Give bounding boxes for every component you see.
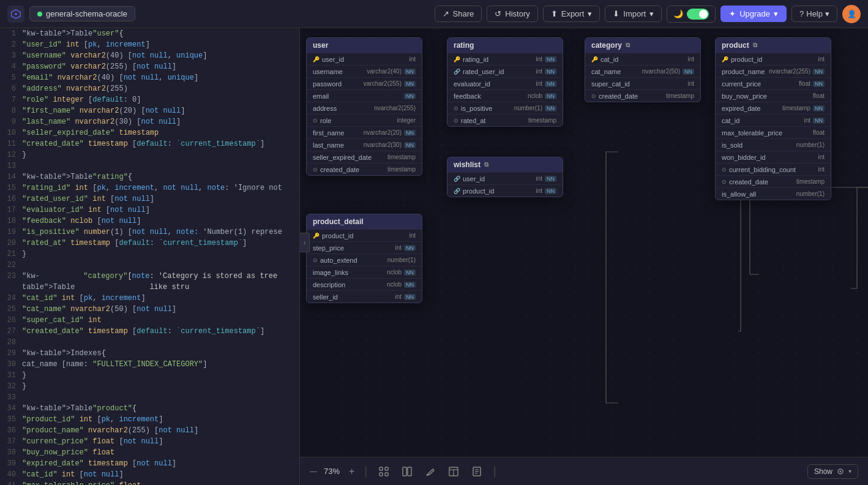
- badge-nn: NN: [404, 245, 416, 251]
- pk-icon: 🔑: [722, 56, 728, 62]
- er-field-row: is_allow_allnumber(1): [716, 187, 831, 200]
- badge-nn: NN: [545, 69, 556, 75]
- main-area: 1"kw-table">Table "user" {2 "user_id" in…: [0, 28, 868, 485]
- code-line: 26 "super_cat_id" int: [0, 315, 299, 326]
- pk-icon: 🔑: [454, 56, 460, 62]
- er-field-row: won_bidder_idint: [716, 151, 831, 163]
- badge-nn: NN: [545, 188, 556, 194]
- er-field-row: ⊙current_bidding_countint: [716, 163, 831, 175]
- code-line: 34"kw-table">Table "product" {: [0, 403, 299, 414]
- moon-icon: 🌙: [673, 9, 683, 18]
- status-dot: [37, 12, 42, 17]
- er-field-row: ⊙created_datetimestamp: [585, 89, 700, 102]
- fk-icon: 🔗: [454, 188, 460, 194]
- er-table-header-rating: rating: [447, 38, 563, 53]
- er-field-row: 🔑product_idint: [716, 53, 831, 65]
- theme-toggle[interactable]: [687, 9, 709, 20]
- er-field-row: feedbacknclobNN: [447, 89, 563, 102]
- code-line: 41 "max_tolerable_price" float: [0, 480, 299, 485]
- er-field-row: first_namenvarchar2(20)NN: [307, 126, 422, 138]
- code-line: 10 "seller_expired_date" timestamp: [0, 127, 299, 138]
- canvas-inner[interactable]: ‹: [300, 28, 868, 457]
- er-field-row: ⊙created_datetimestamp: [307, 163, 422, 175]
- import-icon: ⬇: [613, 9, 619, 18]
- show-label: Show: [814, 467, 832, 476]
- er-table-header-product: product⧉: [716, 38, 831, 53]
- er-field-row: expired_datetimestampNN: [716, 102, 831, 114]
- canvas-panel[interactable]: ‹: [300, 28, 868, 485]
- badge-nn: NN: [813, 105, 825, 111]
- badge-nn: NN: [545, 176, 556, 182]
- upgrade-icon: ✦: [729, 9, 736, 18]
- table-tool-button[interactable]: [444, 464, 463, 479]
- toolbar-sep-1: |: [364, 465, 367, 478]
- zoom-in-button[interactable]: +: [346, 466, 357, 477]
- badge-nn: NN: [683, 69, 694, 75]
- history-button[interactable]: ↺ History: [487, 6, 537, 22]
- er-table-rating[interactable]: rating🔑rating_idintNN🔗rated_user_idintNN…: [447, 37, 563, 127]
- fit-view-button[interactable]: [375, 464, 393, 479]
- er-table-header-category: category⧉: [585, 38, 700, 53]
- er-field-row: ⊙rated_attimestamp: [447, 114, 563, 126]
- upgrade-button[interactable]: ✦ Upgrade ▾: [720, 6, 787, 22]
- svg-rect-10: [403, 467, 406, 476]
- code-line: 13: [0, 160, 299, 171]
- note-tool-button[interactable]: [468, 464, 486, 479]
- share-button[interactable]: ↗ Share: [435, 6, 482, 22]
- badge-nn: NN: [404, 130, 416, 136]
- calc-icon: ⊙: [313, 167, 318, 173]
- code-line: 19 "is_positive" number(1) [not null, no…: [0, 227, 299, 238]
- er-field-row: 🔑user_idint: [307, 53, 422, 65]
- share-icon: ↗: [443, 9, 449, 18]
- svg-rect-6: [380, 467, 383, 470]
- show-options-button[interactable]: Show ▾: [807, 464, 858, 479]
- pen-tool-button[interactable]: [421, 464, 440, 479]
- er-field-row: super_cat_idint: [585, 77, 700, 89]
- calc-icon: ⊙: [722, 167, 727, 173]
- calc-icon: ⊙: [313, 257, 318, 263]
- er-table-product[interactable]: product⧉🔑product_idintproduct_namenvarch…: [715, 37, 831, 200]
- code-line: 37 "current_price" float [not null]: [0, 436, 299, 447]
- theme-toggle-wrap: 🌙: [667, 6, 716, 23]
- help-button[interactable]: ? Help ▾: [791, 6, 837, 22]
- er-field-row: ⊙is_positivenumber(1)NN: [447, 102, 563, 114]
- er-field-row: is_soldnumber(1): [716, 138, 831, 151]
- er-table-wishlist[interactable]: wishlist⧉🔗user_idintNN🔗product_idintNN: [447, 157, 563, 197]
- er-table-product_detail[interactable]: product_detail🔑product_idintstep_pricein…: [306, 214, 422, 303]
- badge-nn: NN: [545, 56, 556, 62]
- er-field-row: ⊙auto_extendnumber(1): [307, 254, 422, 266]
- project-name[interactable]: general-schema-oracle: [29, 6, 135, 21]
- code-line: 20 "rated_at" timestamp [default: `curre…: [0, 238, 299, 249]
- badge-nn: NN: [404, 93, 416, 99]
- code-line: 24 "cat_id" int [pk, increment]: [0, 293, 299, 304]
- zoom-out-label: —: [310, 467, 317, 476]
- show-chevron-icon: ▾: [848, 468, 851, 475]
- import-button[interactable]: ⬇ Import ▾: [605, 6, 662, 22]
- er-table-category[interactable]: category⧉🔑cat_idintcat_namenvarchar2(50)…: [585, 37, 701, 102]
- collapse-arrow[interactable]: ‹: [300, 233, 310, 252]
- er-field-row: cat_namenvarchar2(50)NN: [585, 65, 700, 77]
- er-field-row: last_namenvarchar2(30)NN: [307, 138, 422, 151]
- export-button[interactable]: ⬆ Export ▾: [543, 6, 600, 22]
- calc-icon: ⊙: [591, 93, 596, 99]
- code-line: 14"kw-table">Table "rating" {: [0, 171, 299, 182]
- code-line: 27 "created_date" timestamp [default: `c…: [0, 326, 299, 337]
- logo-button[interactable]: [7, 6, 24, 23]
- fk-icon: 🔗: [454, 69, 460, 75]
- badge-nn: NN: [404, 81, 416, 87]
- er-field-row: 🔗product_idintNN: [447, 184, 563, 197]
- split-view-button[interactable]: [398, 464, 416, 479]
- er-field-row: addressnvarchar2(255): [307, 102, 422, 114]
- badge-nn: NN: [404, 294, 416, 300]
- avatar[interactable]: 👤: [842, 5, 861, 23]
- code-line: 1"kw-table">Table "user" {: [0, 28, 299, 39]
- er-table-header-wishlist: wishlist⧉: [447, 157, 563, 172]
- badge-nn: NN: [545, 93, 556, 99]
- calc-icon: ⊙: [454, 118, 458, 124]
- code-line: 12}: [0, 149, 299, 160]
- er-field-row: 🔑rating_idintNN: [447, 53, 563, 65]
- code-line: 23"kw-table">Table "category" [note: 'Ca…: [0, 271, 299, 293]
- bottom-toolbar: — 73% + | | Show: [300, 457, 868, 485]
- er-table-user[interactable]: user🔑user_idintusernamevarchar2(40)NNpas…: [306, 37, 422, 176]
- er-table-header-product_detail: product_detail: [307, 214, 422, 229]
